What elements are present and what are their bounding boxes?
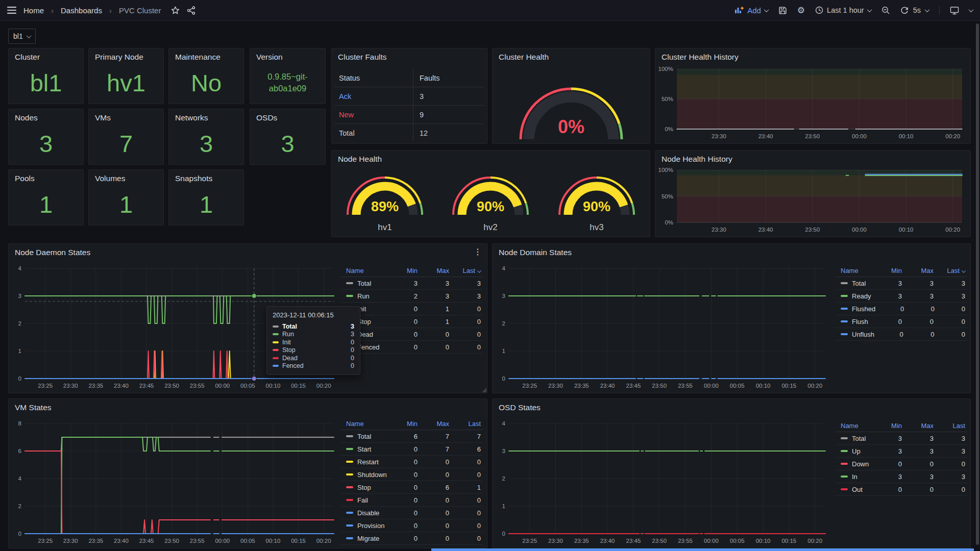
svg-text:23:40: 23:40: [114, 383, 129, 389]
node-health-history-chart[interactable]: 0%50%100%23:3023:4023:5000:0000:1000:20: [657, 166, 967, 236]
legend-row[interactable]: In333: [836, 470, 967, 483]
svg-text:90%: 90%: [583, 199, 610, 214]
panel-osds: OSDs 3: [250, 109, 326, 165]
legend-header[interactable]: NameMinMaxLast: [836, 419, 967, 432]
chevron-down-icon: [26, 33, 31, 38]
scrollbar-thumb[interactable]: [976, 23, 979, 545]
star-icon[interactable]: [171, 6, 180, 15]
legend-row[interactable]: Down000: [836, 458, 967, 470]
time-range-picker[interactable]: Last 1 hour: [815, 6, 871, 14]
svg-text:23:50: 23:50: [652, 538, 667, 544]
svg-text:00:00: 00:00: [852, 133, 867, 139]
panel-primary-node: Primary Node hv1: [88, 48, 164, 104]
chevron-down-icon[interactable]: [969, 7, 974, 12]
panel-title: Node Daemon States: [15, 248, 90, 257]
svg-text:23:50: 23:50: [164, 538, 179, 544]
variable-dropdown[interactable]: bl1: [8, 29, 36, 44]
legend-row[interactable]: Provision000: [341, 519, 483, 532]
settings-gear-icon[interactable]: ⚙: [797, 5, 805, 16]
svg-text:90%: 90%: [477, 199, 504, 214]
legend-row[interactable]: Total333: [836, 432, 967, 445]
legend-header[interactable]: NameMinMaxLast: [341, 264, 483, 277]
panel-node-health: Node Health 89%hv190%hv290%hv3: [331, 150, 650, 237]
svg-text:23:45: 23:45: [626, 538, 641, 544]
panel-cluster-faults: Cluster Faults Status Faults Ack 3 New 9…: [331, 48, 487, 144]
breadcrumb-dashboards[interactable]: Dashboards: [61, 6, 102, 15]
legend-row[interactable]: Restart000: [341, 456, 483, 468]
legend-row[interactable]: Out000: [836, 483, 967, 496]
legend-row[interactable]: Fenced000: [341, 341, 483, 354]
chart-tooltip: 2023-12-11 00:06:15Total3Run3Init0Stop0D…: [266, 306, 360, 375]
svg-text:00:15: 00:15: [781, 383, 796, 389]
share-icon[interactable]: [187, 6, 195, 15]
svg-text:00:20: 00:20: [316, 538, 331, 544]
svg-text:23:55: 23:55: [190, 538, 205, 544]
legend-row[interactable]: Total333: [836, 277, 967, 290]
table-row: New 9: [335, 106, 484, 124]
node-health-gauge: 90%hv2: [439, 164, 542, 236]
series-color-swatch: [273, 333, 279, 335]
svg-text:23:30: 23:30: [712, 227, 726, 233]
panel-title: Version: [256, 53, 283, 62]
legend-row[interactable]: Unflush000: [836, 328, 967, 341]
breadcrumb-current: PVC Cluster: [119, 6, 161, 15]
hamburger-menu-icon[interactable]: [7, 7, 16, 14]
osd-states-chart[interactable]: 0123423:2523:3023:3523:4023:4523:5023:55…: [494, 419, 830, 547]
legend-header[interactable]: NameMinMaxLast: [341, 417, 483, 430]
legend-header[interactable]: NameMinMaxLast: [836, 264, 967, 277]
panel-node-daemon-states: Node Daemon States ⋮ 0123423:2523:3023:3…: [8, 243, 487, 393]
cluster-health-history-chart[interactable]: 0%50%100%23:3023:4023:5000:0000:1000:20: [657, 65, 967, 142]
legend-row[interactable]: Stop061: [341, 481, 483, 494]
legend-row[interactable]: Fail000: [341, 494, 483, 507]
stat-value: bl1: [9, 62, 83, 104]
faults-ack-link[interactable]: Ack: [335, 92, 413, 101]
svg-text:8: 8: [18, 420, 21, 427]
vm-states-chart[interactable]: 0246823:2523:3023:3523:4023:4523:5023:55…: [10, 419, 339, 547]
top-nav: Home › Dashboards › PVC Cluster Add: [0, 0, 980, 21]
legend-row[interactable]: Stop010: [341, 315, 483, 328]
zoom-out-icon[interactable]: [881, 6, 890, 15]
breadcrumb-home[interactable]: Home: [23, 6, 44, 15]
svg-text:00:10: 00:10: [266, 383, 281, 389]
kiosk-monitor-icon[interactable]: [950, 6, 959, 15]
panel-resize-handle[interactable]: [482, 388, 486, 392]
series-color-swatch: [841, 308, 848, 310]
legend-row[interactable]: Dead000: [341, 328, 483, 341]
svg-text:23:45: 23:45: [626, 383, 641, 389]
series-color-swatch: [841, 475, 848, 478]
breadcrumb-separator: ›: [109, 6, 112, 15]
panel-menu-kebab-icon[interactable]: ⋮: [474, 247, 482, 257]
legend-row[interactable]: Shutdown000: [341, 468, 483, 481]
legend-row[interactable]: Total677: [341, 430, 483, 443]
svg-text:00:15: 00:15: [291, 383, 306, 389]
add-button[interactable]: Add: [734, 6, 768, 15]
series-color-swatch: [273, 325, 279, 328]
chevron-down-icon: [764, 7, 769, 12]
svg-text:23:40: 23:40: [600, 538, 615, 544]
panel-nodes: Nodes 3: [8, 109, 84, 165]
panel-title: Cluster Faults: [338, 53, 387, 62]
faults-new-link[interactable]: New: [335, 111, 413, 119]
legend-row[interactable]: Start076: [341, 443, 483, 456]
legend-row[interactable]: Init010: [341, 303, 483, 315]
panel-version: Version 0.9.85~git-ab0a1e09: [250, 48, 326, 104]
next-row-panel-edge: [431, 548, 974, 551]
svg-text:23:35: 23:35: [88, 538, 103, 544]
legend-row[interactable]: Run233: [341, 290, 483, 303]
svg-text:00:15: 00:15: [291, 538, 306, 544]
svg-text:00:20: 00:20: [945, 133, 960, 139]
svg-text:1: 1: [502, 348, 505, 354]
node-domain-states-chart[interactable]: 0123423:2523:3023:3523:4023:4523:5023:55…: [494, 264, 830, 392]
svg-text:23:30: 23:30: [548, 538, 563, 544]
legend-row[interactable]: Up333: [836, 445, 967, 458]
save-dashboard-icon[interactable]: [778, 6, 787, 15]
legend-row[interactable]: Ready333: [836, 290, 967, 303]
panel-title: Node Domain States: [499, 248, 572, 257]
legend-row[interactable]: Migrate000: [341, 532, 483, 545]
legend-row[interactable]: Total333: [341, 277, 483, 290]
faults-table-header[interactable]: Status Faults: [335, 69, 484, 87]
refresh-picker[interactable]: 5s: [900, 6, 929, 14]
legend-row[interactable]: Flushed000: [836, 303, 967, 315]
legend-row[interactable]: Disable000: [341, 507, 483, 519]
legend-row[interactable]: Flush000: [836, 315, 967, 328]
